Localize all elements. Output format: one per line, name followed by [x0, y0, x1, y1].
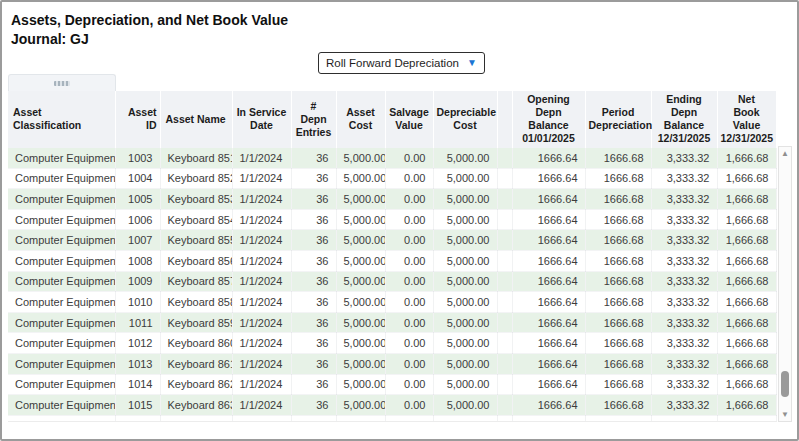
vertical-scrollbar[interactable]: ▲ ▼	[778, 146, 792, 422]
cell-depreciable_cost: 5,000.00	[433, 189, 497, 210]
cell-num_depn_entries: 36	[291, 395, 336, 416]
cell-asset_classification: Computer Equipment	[8, 271, 115, 292]
cell-asset_classification: Computer Equipment	[8, 333, 115, 354]
scrollbar-thumb[interactable]	[781, 371, 789, 397]
cell-num_depn_entries: 36	[291, 250, 336, 271]
column-header-depreciable_cost: Depreciable Cost	[433, 91, 497, 148]
cell-opening_depn_balance: 1666.64	[512, 312, 585, 333]
cell-opening_depn_balance: 1666.64	[512, 168, 585, 189]
cell-period_depreciation: 1666.68	[585, 148, 651, 169]
cell-in_service_date: 1/1/2024	[232, 312, 291, 333]
drag-handle-icon	[54, 81, 70, 86]
cell-period_depreciation: 1666.68	[585, 230, 651, 251]
cell-salvage_value: 0.00	[385, 148, 433, 169]
table-row-partial	[8, 415, 776, 422]
cell-spacer	[497, 312, 512, 333]
cell-asset_classification: Computer Equipment	[8, 250, 115, 271]
cell-asset_cost: 5,000.00	[336, 230, 385, 251]
cell-ending_depn_balance: 3,333.32	[651, 148, 717, 169]
table-row: Computer Equipment1006Keyboard 8541/1/20…	[8, 209, 776, 230]
column-header-period_depreciation: Period Depreciation	[585, 91, 651, 148]
cell-ending_depn_balance: 3,333.32	[651, 395, 717, 416]
page-title: Assets, Depreciation, and Net Book Value	[11, 12, 288, 28]
cell-net_book_value: 1,666.68	[717, 250, 776, 271]
cell-asset_id: 1012	[115, 333, 160, 354]
cell-spacer	[497, 333, 512, 354]
cell-empty	[160, 415, 232, 422]
cell-empty	[232, 415, 291, 422]
scroll-down-button[interactable]: ▼	[779, 408, 791, 421]
column-header-opening_depn_balance: Opening Depn Balance 01/01/2025	[512, 91, 585, 148]
table-row: Computer Equipment1004Keyboard 8521/1/20…	[8, 168, 776, 189]
cell-empty	[497, 415, 512, 422]
cell-asset_id: 1005	[115, 189, 160, 210]
cell-salvage_value: 0.00	[385, 250, 433, 271]
cell-spacer	[497, 189, 512, 210]
cell-empty	[291, 415, 336, 422]
cell-spacer	[497, 209, 512, 230]
cell-asset_name: Keyboard 856	[160, 250, 232, 271]
cell-asset_id: 1011	[115, 312, 160, 333]
cell-asset_id: 1006	[115, 209, 160, 230]
cell-asset_classification: Computer Equipment	[8, 189, 115, 210]
cell-salvage_value: 0.00	[385, 209, 433, 230]
cell-num_depn_entries: 36	[291, 189, 336, 210]
cell-asset_classification: Computer Equipment	[8, 230, 115, 251]
cell-net_book_value: 1,666.68	[717, 353, 776, 374]
cell-in_service_date: 1/1/2024	[232, 209, 291, 230]
cell-in_service_date: 1/1/2024	[232, 353, 291, 374]
cell-in_service_date: 1/1/2024	[232, 271, 291, 292]
cell-num_depn_entries: 36	[291, 209, 336, 230]
cell-depreciable_cost: 5,000.00	[433, 230, 497, 251]
cell-period_depreciation: 1666.68	[585, 250, 651, 271]
cell-ending_depn_balance: 3,333.32	[651, 292, 717, 313]
cell-depreciable_cost: 5,000.00	[433, 374, 497, 395]
cell-asset_cost: 5,000.00	[336, 374, 385, 395]
cell-ending_depn_balance: 3,333.32	[651, 374, 717, 395]
table-row: Computer Equipment1003Keyboard 8511/1/20…	[8, 148, 776, 169]
cell-depreciable_cost: 5,000.00	[433, 395, 497, 416]
cell-asset_cost: 5,000.00	[336, 271, 385, 292]
cell-num_depn_entries: 36	[291, 312, 336, 333]
cell-asset_name: Keyboard 851	[160, 148, 232, 169]
cell-net_book_value: 1,666.68	[717, 333, 776, 354]
cell-net_book_value: 1,666.68	[717, 312, 776, 333]
cell-depreciable_cost: 5,000.00	[433, 168, 497, 189]
cell-net_book_value: 1,666.68	[717, 374, 776, 395]
table-row: Computer Equipment1009Keyboard 8571/1/20…	[8, 271, 776, 292]
cell-asset_id: 1008	[115, 250, 160, 271]
cell-asset_name: Keyboard 858	[160, 292, 232, 313]
cell-ending_depn_balance: 3,333.32	[651, 209, 717, 230]
report-type-select[interactable]: Roll Forward Depreciation ▼	[318, 52, 485, 74]
cell-spacer	[497, 374, 512, 395]
journal-label: Journal: GJ	[11, 31, 89, 47]
cell-net_book_value: 1,666.68	[717, 148, 776, 169]
cell-asset_id: 1003	[115, 148, 160, 169]
cell-asset_classification: Computer Equipment	[8, 312, 115, 333]
column-header-num_depn_entries: # Depn Entries	[291, 91, 336, 148]
column-header-asset_classification: Asset Classification	[8, 91, 115, 148]
cell-ending_depn_balance: 3,333.32	[651, 189, 717, 210]
cell-empty	[385, 415, 433, 422]
dropdown-arrow-icon: ▼	[467, 58, 477, 68]
cell-asset_cost: 5,000.00	[336, 353, 385, 374]
cell-salvage_value: 0.00	[385, 292, 433, 313]
cell-ending_depn_balance: 3,333.32	[651, 353, 717, 374]
cell-asset_cost: 5,000.00	[336, 148, 385, 169]
cell-empty	[115, 415, 160, 422]
table-row: Computer Equipment1011Keyboard 8591/1/20…	[8, 312, 776, 333]
cell-in_service_date: 1/1/2024	[232, 395, 291, 416]
column-drag-tab[interactable]	[8, 74, 116, 91]
cell-in_service_date: 1/1/2024	[232, 148, 291, 169]
cell-salvage_value: 0.00	[385, 271, 433, 292]
cell-salvage_value: 0.00	[385, 168, 433, 189]
report-type-selected-value: Roll Forward Depreciation	[326, 57, 463, 69]
cell-num_depn_entries: 36	[291, 353, 336, 374]
table-row: Computer Equipment1008Keyboard 8561/1/20…	[8, 250, 776, 271]
cell-salvage_value: 0.00	[385, 189, 433, 210]
cell-depreciable_cost: 5,000.00	[433, 250, 497, 271]
cell-in_service_date: 1/1/2024	[232, 333, 291, 354]
cell-in_service_date: 1/1/2024	[232, 168, 291, 189]
scroll-up-button[interactable]: ▲	[779, 147, 791, 160]
cell-asset_name: Keyboard 853	[160, 189, 232, 210]
